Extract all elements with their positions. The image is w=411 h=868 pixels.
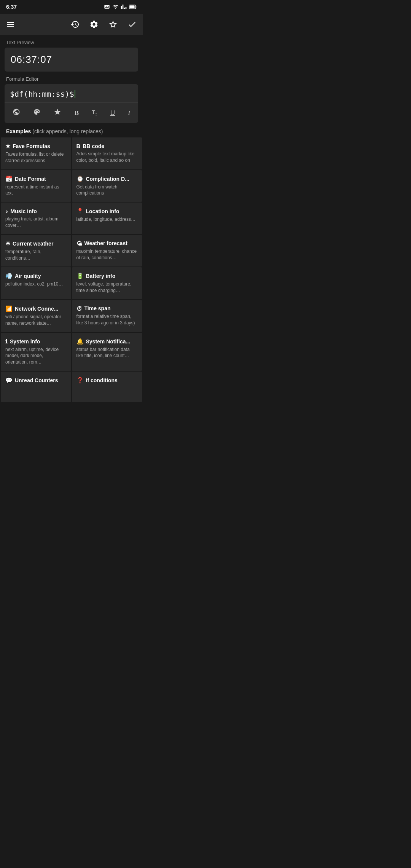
example-card-desc: max/min temperature, chance of rain, con… [76, 248, 138, 261]
example-card-desc: next alarm, uptime, device model, dark m… [5, 346, 67, 365]
status-time: 6:37 [6, 4, 17, 10]
example-card-icon: ⏱ [76, 305, 82, 312]
menu-button[interactable] [5, 18, 17, 30]
history-button[interactable] [69, 18, 81, 30]
formula-italic-btn[interactable]: I [125, 106, 133, 120]
example-card[interactable]: BBB codeAdds simple text markup like col… [72, 137, 142, 169]
example-card-icon: ★ [5, 143, 10, 150]
battery-icon [129, 4, 137, 10]
status-icons [104, 4, 137, 10]
example-card-title: 📍Location info [76, 208, 138, 215]
example-card[interactable]: 💨Air qualitypollution index, co2, pm10… [1, 267, 71, 299]
example-card[interactable]: ♪Music infoplaying track, artist, album … [1, 203, 71, 234]
example-card-desc: Faves formulas, list or delete starred e… [5, 151, 67, 164]
example-card-icon: B [76, 143, 81, 149]
example-card-desc: status bar notification data like title,… [76, 346, 138, 359]
example-card[interactable]: 📶Network Conne...wifi / phone signal, op… [1, 300, 71, 332]
example-card-icon: 💨 [5, 273, 13, 279]
svg-rect-2 [129, 5, 134, 8]
signal-icon [121, 4, 127, 10]
example-card-desc: Get data from watch complications [76, 184, 138, 197]
text-preview-label: Text Preview [0, 35, 143, 48]
formula-palette-btn[interactable] [30, 106, 44, 120]
example-card-title: 💬Unread Counters [5, 377, 67, 384]
example-card-icon: 📶 [5, 305, 13, 312]
example-card-desc: level, voltage, temperature, time since … [76, 281, 138, 294]
example-card-icon: ❓ [76, 377, 84, 384]
example-card-title: ⌚Complication D... [76, 176, 138, 182]
example-card[interactable]: 🌤Weather forecastmax/min temperature, ch… [72, 235, 142, 267]
example-card[interactable]: 📍Location infolatitude, longitude, addre… [72, 203, 142, 234]
formula-underline-btn[interactable]: U [107, 106, 118, 120]
formula-globe-btn[interactable] [10, 106, 23, 120]
example-card-icon: ℹ [5, 338, 8, 345]
wifi-icon [112, 4, 118, 10]
text-preview-value: 06:37:07 [5, 48, 138, 72]
example-card[interactable]: 🔔System Notifica...status bar notificati… [72, 333, 142, 371]
toolbar-left [5, 18, 17, 30]
example-card[interactable]: ☀Current weathertemperature, rain, condi… [1, 235, 71, 267]
example-card-icon: ⌚ [76, 176, 84, 182]
formula-bold-btn[interactable]: B [72, 106, 82, 120]
confirm-button[interactable] [126, 18, 138, 30]
example-card[interactable]: 💬Unread Counters [1, 372, 71, 402]
example-card-desc: latitude, longitude, address… [76, 216, 138, 223]
toolbar-right [69, 18, 138, 30]
example-card[interactable]: 📅Date Formatrepresent a time instant as … [1, 170, 71, 202]
formula-toolbar: B T↕ U I [5, 102, 138, 123]
example-card-title: ☀Current weather [5, 240, 67, 247]
examples-hint: (click appends, long replaces) [31, 128, 103, 134]
formula-fontsize-btn[interactable]: T↕ [89, 106, 100, 120]
example-card-title: ♪Music info [5, 208, 67, 214]
example-card-title: 🌤Weather forecast [76, 240, 138, 247]
status-bar: 6:37 [0, 0, 143, 14]
example-card-icon: ♪ [5, 208, 8, 214]
example-card-icon: 🔔 [76, 338, 84, 345]
example-card-desc: temperature, rain, conditions… [5, 249, 67, 262]
example-card[interactable]: ⏱Time spanformat a relative time span, l… [72, 300, 142, 332]
examples-grid: ★Fave FormulasFaves formulas, list or de… [0, 137, 143, 402]
formula-input[interactable]: $df(hh:mm:ss)$ [5, 84, 138, 102]
example-card-desc: Adds simple text markup like color, bold… [76, 151, 138, 164]
example-card-icon: 📅 [5, 176, 13, 182]
formula-editor-label: Formula Editor [0, 72, 143, 84]
example-card-title: 🔋Battery info [76, 273, 138, 279]
example-card[interactable]: ★Fave FormulasFaves formulas, list or de… [1, 137, 71, 169]
formula-text: $df(hh:mm:ss)$ [10, 89, 74, 99]
example-card[interactable]: ⌚Complication D...Get data from watch co… [72, 170, 142, 202]
keyboard-icon [104, 4, 110, 10]
svg-rect-1 [136, 6, 137, 8]
example-card-title: 💨Air quality [5, 273, 67, 279]
example-card-title: ★Fave Formulas [5, 143, 67, 150]
example-card-title: 📅Date Format [5, 176, 67, 182]
example-card-desc: pollution index, co2, pm10… [5, 281, 67, 287]
example-card-icon: 📍 [76, 208, 84, 215]
example-card-desc: represent a time instant as text [5, 184, 67, 197]
example-card[interactable]: 🔋Battery infolevel, voltage, temperature… [72, 267, 142, 299]
example-card-icon: ☀ [5, 240, 10, 247]
formula-star-btn[interactable] [51, 106, 64, 120]
example-card-title: 🔔System Notifica... [76, 338, 138, 345]
example-card[interactable]: ℹSystem infonext alarm, uptime, device m… [1, 333, 71, 371]
examples-title: Examples [6, 128, 31, 134]
star-button[interactable] [107, 18, 119, 30]
examples-header: Examples (click appends, long replaces) [0, 123, 143, 137]
example-card-title: 📶Network Conne... [5, 305, 67, 312]
settings-button[interactable] [88, 18, 100, 30]
toolbar [0, 14, 143, 35]
formula-cursor [75, 90, 75, 98]
example-card-title: BBB code [76, 143, 138, 149]
example-card-icon: 🔋 [76, 273, 84, 279]
example-card-title: ⏱Time span [76, 305, 138, 312]
example-card-desc: wifi / phone signal, operator name, netw… [5, 314, 67, 327]
example-card[interactable]: ❓If conditions [72, 372, 142, 402]
example-card-icon: 💬 [5, 377, 13, 384]
example-card-desc: format a relative time span, like 3 hour… [76, 313, 138, 326]
example-card-desc: playing track, artist, album cover… [5, 216, 67, 229]
example-card-title: ❓If conditions [76, 377, 138, 384]
example-card-title: ℹSystem info [5, 338, 67, 345]
example-card-icon: 🌤 [76, 240, 82, 247]
